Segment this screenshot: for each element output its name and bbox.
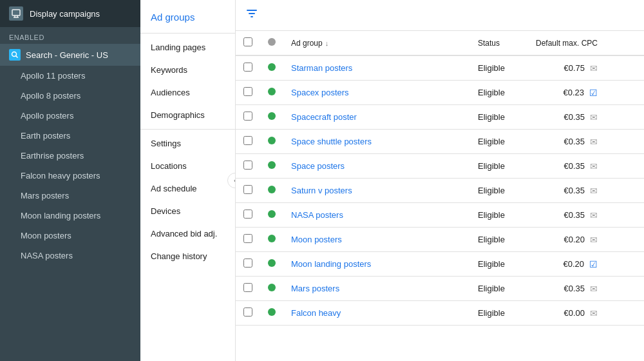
- row-adgroup-name-2[interactable]: Spacecraft poster: [283, 105, 470, 130]
- adgroup-link-0[interactable]: Starman posters: [291, 63, 352, 73]
- row-checkbox-cell-3[interactable]: [236, 130, 260, 154]
- row-adgroup-name-5[interactable]: Saturn v posters: [283, 179, 470, 203]
- adgroup-link-10[interactable]: Falcon heavy: [291, 308, 341, 318]
- row-checkbox-cell-9[interactable]: [236, 277, 260, 301]
- row-checkbox-6[interactable]: [243, 210, 252, 219]
- row-checkbox-cell-2[interactable]: [236, 105, 260, 130]
- cpc-check-icon[interactable]: ☑: [589, 259, 598, 269]
- adgroup-link-9[interactable]: Mars posters: [291, 284, 339, 293]
- row-checkbox-cell-10[interactable]: [236, 301, 260, 326]
- row-dot-10: [260, 301, 283, 326]
- cpc-envelope-icon[interactable]: ✉: [590, 112, 598, 122]
- row-cpc-7[interactable]: €0.20✉: [528, 228, 605, 252]
- adgroup-link-8[interactable]: Moon landing posters: [291, 259, 371, 269]
- cpc-envelope-icon[interactable]: ✉: [590, 284, 598, 294]
- adgroup-link-5[interactable]: Saturn v posters: [291, 186, 352, 195]
- row-adgroup-name-1[interactable]: Spacex posters: [283, 81, 470, 105]
- cpc-envelope-icon[interactable]: ✉: [590, 210, 598, 220]
- row-checkbox-9[interactable]: [243, 283, 252, 292]
- row-checkbox-4[interactable]: [243, 161, 252, 170]
- middle-nav-item-8[interactable]: Advanced bid adj.: [140, 222, 235, 245]
- row-adgroup-name-0[interactable]: Starman posters: [283, 55, 470, 81]
- row-cpc-3[interactable]: €0.35✉: [528, 130, 605, 154]
- row-cpc-2[interactable]: €0.35✉: [528, 105, 605, 130]
- middle-nav-title[interactable]: Ad groups: [140, 5, 235, 30]
- row-cpc-4[interactable]: €0.35✉: [528, 154, 605, 179]
- row-checkbox-5[interactable]: [243, 185, 252, 194]
- row-adgroup-name-6[interactable]: NASA posters: [283, 203, 470, 228]
- middle-nav-item-1[interactable]: Keywords: [140, 59, 235, 81]
- cpc-envelope-icon[interactable]: ✉: [590, 186, 598, 196]
- middle-nav-item-6[interactable]: Ad schedule: [140, 177, 235, 200]
- row-checkbox-cell-4[interactable]: [236, 154, 260, 179]
- sort-icon[interactable]: ↓: [325, 39, 329, 47]
- sidebar-items: Apollo 11 postersApollo 8 postersApollo …: [0, 66, 140, 266]
- middle-nav-item-4[interactable]: Settings: [140, 132, 235, 155]
- th-select-all[interactable]: [236, 31, 260, 55]
- adgroup-link-2[interactable]: Spacecraft poster: [291, 112, 357, 122]
- row-cpc-8[interactable]: €0.20☑: [528, 252, 605, 277]
- row-adgroup-name-4[interactable]: Space posters: [283, 154, 470, 179]
- filter-icon[interactable]: [246, 8, 258, 23]
- row-dot-9: [260, 277, 283, 301]
- row-adgroup-name-7[interactable]: Moon posters: [283, 228, 470, 252]
- row-checkbox-cell-1[interactable]: [236, 81, 260, 105]
- th-adgroup[interactable]: Ad group ↓: [283, 31, 470, 55]
- cpc-value-4: €0.35: [564, 161, 585, 171]
- sidebar-item-7[interactable]: Moon landing posters: [0, 206, 140, 226]
- row-adgroup-name-9[interactable]: Mars posters: [283, 277, 470, 301]
- cpc-envelope-icon[interactable]: ✉: [590, 137, 598, 147]
- row-checkbox-2[interactable]: [243, 112, 252, 121]
- adgroup-link-7[interactable]: Moon posters: [291, 235, 342, 244]
- row-cpc-10[interactable]: €0.00✉: [528, 301, 605, 326]
- row-adgroup-name-8[interactable]: Moon landing posters: [283, 252, 470, 277]
- sidebar-item-8[interactable]: Moon posters: [0, 226, 140, 246]
- middle-nav-item-2[interactable]: Audiences: [140, 81, 235, 104]
- sidebar-item-6[interactable]: Mars posters: [0, 186, 140, 206]
- cpc-envelope-icon[interactable]: ✉: [590, 161, 598, 171]
- sidebar-item-9[interactable]: NASA posters: [0, 246, 140, 266]
- adgroup-link-3[interactable]: Space shuttle posters: [291, 137, 372, 146]
- cpc-check-icon[interactable]: ☑: [589, 88, 598, 98]
- row-dot-7: [260, 228, 283, 252]
- sidebar-item-1[interactable]: Apollo 8 posters: [0, 86, 140, 106]
- select-all-checkbox[interactable]: [243, 37, 252, 46]
- adgroup-link-6[interactable]: NASA posters: [291, 210, 343, 220]
- row-checkbox-10[interactable]: [243, 307, 252, 317]
- adgroup-link-1[interactable]: Spacex posters: [291, 88, 349, 97]
- sidebar-item-5[interactable]: Falcon heavy posters: [0, 166, 140, 186]
- sidebar-header[interactable]: Display campaigns: [0, 0, 140, 27]
- row-cpc-6[interactable]: €0.35✉: [528, 203, 605, 228]
- row-checkbox-1[interactable]: [243, 87, 252, 96]
- middle-nav-item-7[interactable]: Devices: [140, 200, 235, 222]
- cpc-envelope-icon[interactable]: ✉: [590, 235, 598, 245]
- row-cpc-9[interactable]: €0.35✉: [528, 277, 605, 301]
- cpc-envelope-icon[interactable]: ✉: [590, 63, 598, 73]
- row-checkbox-cell-6[interactable]: [236, 203, 260, 228]
- sidebar-item-0[interactable]: Apollo 11 posters: [0, 66, 140, 86]
- row-adgroup-name-3[interactable]: Space shuttle posters: [283, 130, 470, 154]
- adgroup-link-4[interactable]: Space posters: [291, 161, 345, 171]
- row-adgroup-name-10[interactable]: Falcon heavy: [283, 301, 470, 326]
- search-campaign-icon: [9, 49, 21, 61]
- middle-nav-item-3[interactable]: Demographics: [140, 104, 235, 126]
- row-cpc-1[interactable]: €0.23☑: [528, 81, 605, 105]
- cpc-envelope-icon[interactable]: ✉: [590, 308, 598, 318]
- middle-nav-item-5[interactable]: Locations: [140, 155, 235, 177]
- sidebar-item-2[interactable]: Apollo posters: [0, 106, 140, 126]
- row-checkbox-cell-5[interactable]: [236, 179, 260, 203]
- row-checkbox-0[interactable]: [243, 63, 252, 72]
- row-checkbox-cell-7[interactable]: [236, 228, 260, 252]
- sidebar-campaign[interactable]: Search - Generic - US: [0, 44, 140, 66]
- middle-nav-item-9[interactable]: Change history: [140, 245, 235, 268]
- row-checkbox-cell-8[interactable]: [236, 252, 260, 277]
- sidebar-item-3[interactable]: Earth posters: [0, 126, 140, 146]
- row-checkbox-3[interactable]: [243, 136, 252, 145]
- row-cpc-0[interactable]: €0.75✉: [528, 55, 605, 81]
- row-checkbox-cell-0[interactable]: [236, 55, 260, 81]
- sidebar-item-4[interactable]: Earthrise posters: [0, 146, 140, 166]
- row-checkbox-8[interactable]: [243, 259, 252, 268]
- row-checkbox-7[interactable]: [243, 234, 252, 243]
- middle-nav-item-0[interactable]: Landing pages: [140, 36, 235, 59]
- row-cpc-5[interactable]: €0.35✉: [528, 179, 605, 203]
